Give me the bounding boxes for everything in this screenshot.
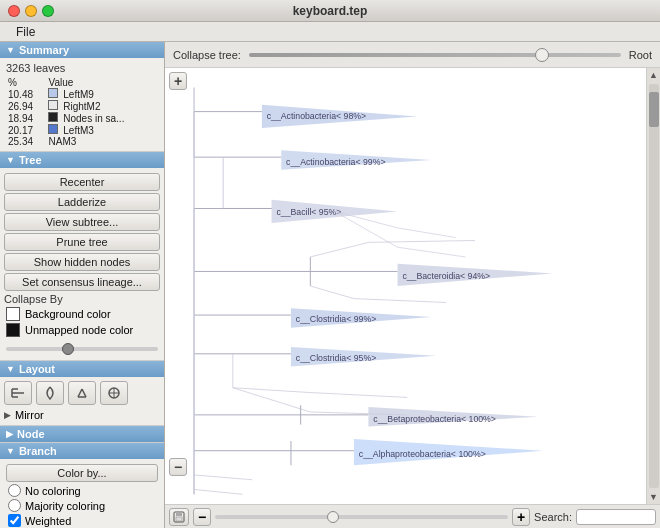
summary-row-1: 26.94 RightM2 xyxy=(6,100,158,112)
val-2: Nodes in sa... xyxy=(46,112,158,124)
recenter-button[interactable]: Recenter xyxy=(4,173,160,191)
maximize-button[interactable] xyxy=(42,5,54,17)
menu-bar: File xyxy=(0,22,660,42)
val-4: NAM3 xyxy=(46,136,158,147)
summary-header-row: % Value xyxy=(6,77,158,88)
background-color-label: Background color xyxy=(25,308,111,320)
pct-2: 18.94 xyxy=(6,112,46,124)
pct-4: 25.34 xyxy=(6,136,46,147)
show-hidden-button[interactable]: Show hidden nodes xyxy=(4,253,160,271)
save-button[interactable] xyxy=(169,508,189,526)
color-by-button[interactable]: Color by... xyxy=(6,464,158,482)
right-scrollbar[interactable]: ▲ ▼ xyxy=(646,68,660,504)
window-title: keyboard.tep xyxy=(293,4,368,18)
branch-arrow: ▼ xyxy=(6,446,15,456)
branch-section-header[interactable]: ▼ Branch xyxy=(0,443,164,459)
summary-section-header[interactable]: ▼ Summary xyxy=(0,42,164,58)
svg-text:c__Bacteroidia< 94%>: c__Bacteroidia< 94%> xyxy=(402,271,490,281)
radial-layout-icon xyxy=(42,385,58,401)
summary-row-0: 10.48 LeftM9 xyxy=(6,88,158,100)
scroll-up-arrow[interactable]: ▲ xyxy=(647,68,661,82)
summary-row-3: 20.17 LeftM3 xyxy=(6,124,158,136)
swatch-2 xyxy=(48,112,58,122)
mirror-expand-icon: ▶ xyxy=(4,410,11,420)
unmapped-color-swatch[interactable] xyxy=(6,323,20,337)
node-arrow: ▶ xyxy=(6,429,13,439)
branch-content: Color by... No coloring Majority colorin… xyxy=(0,459,164,528)
bottom-zoom-in-button[interactable]: + xyxy=(512,508,530,526)
majority-coloring-radio[interactable] xyxy=(8,499,21,512)
scroll-thumb[interactable] xyxy=(649,92,659,127)
swatch-3 xyxy=(48,124,58,134)
set-consensus-button[interactable]: Set consensus lineage... xyxy=(4,273,160,291)
collapse-slider[interactable] xyxy=(249,53,621,57)
minimize-button[interactable] xyxy=(25,5,37,17)
tree-slider-row xyxy=(6,341,158,353)
label-0: LeftM9 xyxy=(63,89,94,100)
background-color-row: Background color xyxy=(6,307,158,321)
svg-line-44 xyxy=(233,388,311,393)
summary-arrow: ▼ xyxy=(6,45,15,55)
zoom-in-tree-button[interactable]: + xyxy=(169,72,187,90)
summary-table: % Value 10.48 LeftM9 26.94 RightM2 xyxy=(6,77,158,147)
background-color-swatch[interactable] xyxy=(6,307,20,321)
pct-3: 20.17 xyxy=(6,124,46,136)
collapse-by-row: Collapse By xyxy=(4,293,160,305)
summary-row-4: 25.34 NAM3 xyxy=(6,136,158,147)
label-2: Nodes in sa... xyxy=(63,113,124,124)
svg-text:c__Clostridia< 95%>: c__Clostridia< 95%> xyxy=(296,353,376,363)
bottom-zoom-out-button[interactable]: − xyxy=(193,508,211,526)
svg-line-63 xyxy=(194,489,242,494)
layout-icon-1[interactable] xyxy=(36,381,64,405)
bottom-zoom-slider[interactable] xyxy=(215,515,508,519)
weighted-row: Weighted xyxy=(8,514,156,527)
percent-col-header: % xyxy=(6,77,46,88)
layout-icon-2[interactable] xyxy=(68,381,96,405)
svg-line-26 xyxy=(398,247,466,257)
no-coloring-row: No coloring xyxy=(8,484,156,497)
no-coloring-radio[interactable] xyxy=(8,484,21,497)
tree-section-header[interactable]: ▼ Tree xyxy=(0,152,164,168)
weighted-checkbox[interactable] xyxy=(8,514,21,527)
node-section-header[interactable]: ▶ Node xyxy=(0,426,164,442)
svg-text:c__Bacill< 95%>: c__Bacill< 95%> xyxy=(276,207,341,217)
svg-line-62 xyxy=(194,475,252,480)
prune-tree-button[interactable]: Prune tree xyxy=(4,233,160,251)
svg-line-35 xyxy=(354,299,446,303)
view-subtree-button[interactable]: View subtree... xyxy=(4,213,160,231)
file-menu[interactable]: File xyxy=(8,25,43,39)
root-label: Root xyxy=(629,49,652,61)
ladderize-button[interactable]: Ladderize xyxy=(4,193,160,211)
layout-icon-0[interactable] xyxy=(4,381,32,405)
search-input[interactable] xyxy=(576,509,656,525)
svg-line-46 xyxy=(310,393,407,398)
svg-line-34 xyxy=(310,286,354,299)
label-1: RightM2 xyxy=(63,101,100,112)
mirror-label: Mirror xyxy=(15,409,44,421)
majority-coloring-label: Majority coloring xyxy=(25,500,105,512)
node-section: ▶ Node xyxy=(0,426,164,443)
svg-line-5 xyxy=(82,389,86,397)
main-layout: ▼ Summary 3263 leaves % Value 10.48 Left… xyxy=(0,42,660,528)
svg-rect-66 xyxy=(176,512,182,516)
tree-slider[interactable] xyxy=(6,347,158,351)
collapse-by-label: Collapse By xyxy=(4,293,160,305)
mirror-row: ▶ Mirror xyxy=(4,409,160,421)
weighted-label: Weighted xyxy=(25,515,71,527)
layout-section-header[interactable]: ▼ Layout xyxy=(0,361,164,377)
zoom-out-tree-button[interactable]: − xyxy=(169,458,187,476)
close-button[interactable] xyxy=(8,5,20,17)
tree-viz[interactable]: c__Actinobacteria< 98%> c__Actinobacteri… xyxy=(165,68,660,504)
layout-arrow: ▼ xyxy=(6,364,15,374)
scroll-down-arrow[interactable]: ▼ xyxy=(647,490,661,504)
layout-icon-3[interactable] xyxy=(100,381,128,405)
svg-line-32 xyxy=(310,242,368,257)
svg-text:c__Actinobacteria< 98%>: c__Actinobacteria< 98%> xyxy=(267,111,366,121)
pct-0: 10.48 xyxy=(6,88,46,100)
leaves-count: 3263 leaves xyxy=(6,62,158,74)
tree-label: Tree xyxy=(19,154,42,166)
layout-icons-row xyxy=(4,381,160,405)
pct-1: 26.94 xyxy=(6,100,46,112)
window-controls[interactable] xyxy=(8,5,54,17)
svg-rect-67 xyxy=(176,517,182,521)
